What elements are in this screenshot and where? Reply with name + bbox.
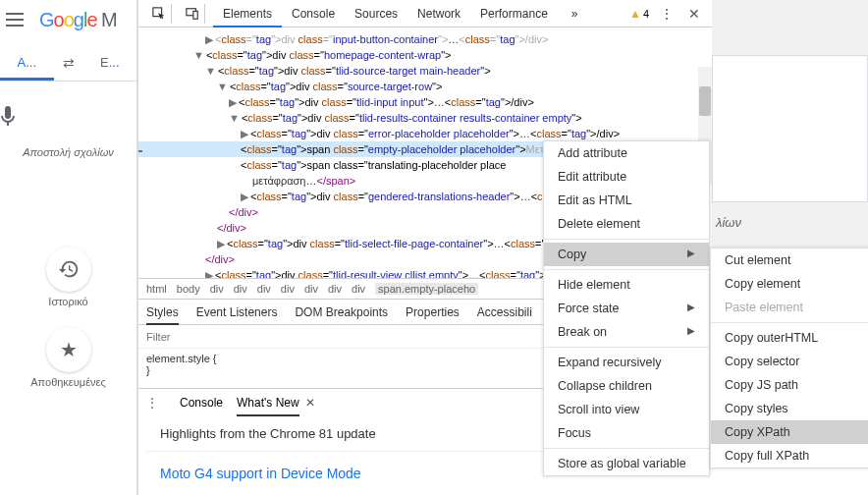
warnings-badge[interactable]: ▲ 4 [629,7,649,21]
context-menu-separator [544,448,709,449]
ctx-scroll-into-view[interactable]: Scroll into view [544,398,709,421]
devtools-tab-performance[interactable]: Performance [470,0,558,28]
dom-line[interactable]: ▼<class="tag">div class="homepage-conten… [138,47,712,63]
language-tabs: Α... ⇄ Ε... [0,45,136,82]
drawer-tab-close-icon[interactable]: ✕ [305,396,315,410]
dom-line[interactable]: ▶<class="tag">div class="input-button-co… [138,31,712,47]
translate-left-panel: Google M Α... ⇄ Ε... Αποστολή σχολίων Ισ… [0,0,137,495]
styles-tab-event-listeners[interactable]: Event Listeners [196,300,278,325]
scrollbar-thumb[interactable] [699,86,711,116]
context-menu-main: Add attributeEdit attributeEdit as HTMLD… [543,140,710,476]
ctx-expand-recursively[interactable]: Expand recursively [544,351,709,374]
styles-tab-dom-breakpoints[interactable]: DOM Breakpoints [295,300,388,325]
ctx-edit-attribute[interactable]: Edit attribute [544,165,709,189]
ctx-copy-outerhtml[interactable]: Copy outerHTML [711,326,868,350]
breadcrumb-item[interactable]: div [281,283,295,295]
context-menu-separator [544,269,709,270]
drawer-menu-icon[interactable]: ⋮ [146,396,166,410]
ctx-paste-element: Paste element [711,296,868,319]
devtools-menu-icon[interactable]: ⋮ [653,7,680,21]
saved-button[interactable]: ★ [46,327,91,372]
breadcrumb-item[interactable]: div [328,283,342,295]
breadcrumb-item[interactable]: span.empty-placeho [375,283,478,295]
ctx-add-attribute[interactable]: Add attribute [544,141,709,165]
ctx-break-on[interactable]: Break on▶ [544,320,709,344]
devtools-toolbar: ElementsConsoleSourcesNetworkPerformance… [138,0,712,28]
warning-count: 4 [643,8,649,20]
devtools-close-icon[interactable]: ✕ [684,6,704,22]
dom-line[interactable]: ▶<class="tag">div class="tlid-input inpu… [138,94,712,110]
devtools-tab-sources[interactable]: Sources [345,0,407,28]
send-feedback-link[interactable]: Αποστολή σχολίων [0,137,136,178]
styles-filter-input[interactable] [138,331,596,343]
swap-languages-icon[interactable]: ⇄ [54,45,83,81]
breadcrumb-item[interactable]: div [257,283,271,295]
ctx-cut-element[interactable]: Cut element [711,248,868,272]
ctx-copy[interactable]: Copy▶ [544,243,709,266]
ctx-hide-element[interactable]: Hide element [544,273,709,297]
ctx-copy-selector[interactable]: Copy selector [711,350,868,373]
partial-text: λίων [712,211,745,234]
dom-line[interactable]: ▼<class="tag">div class="tlid-results-co… [138,110,712,126]
breadcrumb-item[interactable]: div [234,283,247,295]
ctx-copy-element[interactable]: Copy element [711,272,868,296]
source-lang-tab[interactable]: Α... [0,45,54,81]
translate-result-box [712,55,868,202]
devtools-tab-elements[interactable]: Elements [213,0,282,28]
devtools-tab-network[interactable]: Network [407,0,470,28]
styles-tab-properties[interactable]: Properties [406,300,460,325]
svg-rect-2 [192,11,196,19]
target-lang-tab[interactable]: Ε... [83,45,137,81]
saved-label: Αποθηκευμένες [0,376,136,388]
devtools-tab-console[interactable]: Console [282,0,345,28]
inspect-element-icon[interactable] [146,4,172,24]
history-label: Ιστορικό [0,296,136,307]
breadcrumb-item[interactable]: div [210,283,224,295]
ctx-copy-xpath[interactable]: Copy XPath [711,420,868,444]
dom-line[interactable]: ▶<class="tag">div class="error-placehold… [138,126,712,141]
drawer-tab-whatsnew[interactable]: What's New [237,389,299,416]
breadcrumb-item[interactable]: div [304,283,318,295]
drawer-tab-console[interactable]: Console [180,389,223,416]
google-logo: Google M [39,9,117,31]
dom-line[interactable]: ▼<class="tag">div class="source-target-r… [138,79,712,94]
styles-tab-styles[interactable]: Styles [146,300,179,325]
ctx-edit-as-html[interactable]: Edit as HTML [544,189,709,212]
hamburger-menu-icon[interactable] [6,8,29,31]
ctx-copy-js-path[interactable]: Copy JS path [711,373,868,397]
warning-icon: ▲ [629,7,641,21]
mic-icon[interactable] [0,82,136,137]
context-menu-copy-submenu: Cut elementCopy elementPaste elementCopy… [710,248,868,468]
ctx-collapse-children[interactable]: Collapse children [544,374,709,398]
context-menu-separator [711,322,868,323]
ctx-copy-full-xpath[interactable]: Copy full XPath [711,444,868,468]
ctx-delete-element[interactable]: Delete element [544,212,709,236]
breadcrumb-item[interactable]: div [352,283,365,295]
styles-tab-accessibili[interactable]: Accessibili [477,300,532,325]
breadcrumb-item[interactable]: body [177,283,200,295]
history-button[interactable] [46,247,91,292]
ctx-force-state[interactable]: Force state▶ [544,297,709,320]
ctx-focus[interactable]: Focus [544,421,709,445]
device-toolbar-icon[interactable] [180,4,205,24]
tabs-overflow-icon[interactable]: » [562,0,588,28]
breadcrumb-item[interactable]: html [146,283,167,295]
dom-line[interactable]: ▼<class="tag">div class="tlid-source-tar… [138,63,712,79]
ctx-copy-styles[interactable]: Copy styles [711,397,868,420]
ctx-store-as-global-variable[interactable]: Store as global variable [544,452,709,475]
context-menu-separator [544,347,709,348]
context-menu-separator [544,239,709,240]
